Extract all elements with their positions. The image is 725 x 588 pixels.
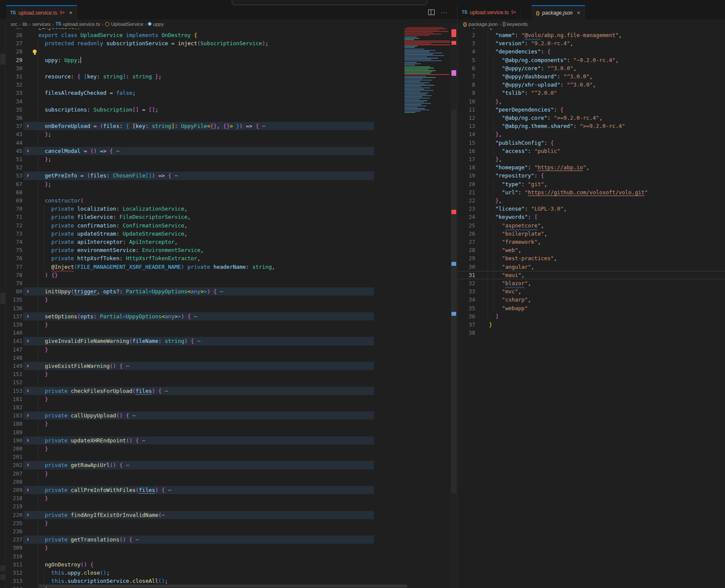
code-line[interactable]: 235 } (6, 519, 451, 527)
fold-chevron-icon[interactable]: › (26, 337, 30, 345)
code-line[interactable]: 31 "maui", (457, 271, 725, 279)
code-line[interactable]: 153› private checkFilesForUpload(files) … (6, 387, 451, 395)
code-line[interactable]: 28 (6, 47, 451, 56)
code-line[interactable]: 309 } (6, 544, 451, 552)
code-line[interactable]: 33 "mvc", (457, 287, 725, 296)
code-line[interactable]: 14 }, (457, 130, 725, 138)
code-line[interactable]: 310 (6, 552, 451, 560)
code-line[interactable]: 72 private confirmation: ConfirmationSer… (6, 221, 451, 230)
split-editor-icon[interactable] (428, 9, 435, 15)
code-line[interactable]: 71 private fileService: FileDescriptorSe… (6, 213, 451, 221)
code-line[interactable]: 32 "blazor", (457, 279, 725, 287)
code-line[interactable]: 67 }; (6, 180, 451, 188)
minimap[interactable] (404, 26, 451, 588)
code-line[interactable]: 53› getPreInfo = (files: ChosenFile[]) =… (6, 171, 451, 180)
code-line[interactable]: 13 "@abp/ng.theme.shared": ">=9.2.0-rc.4… (457, 122, 725, 130)
code-line[interactable]: 30 "angular", (457, 263, 725, 271)
code-line[interactable]: 135 } (6, 296, 451, 304)
code-line[interactable]: 209› private callPreInfoWithFiles(files)… (6, 486, 451, 494)
code-line[interactable]: 18 "homepage": "https://abp.io", (457, 163, 725, 171)
lightbulb-icon[interactable] (33, 50, 37, 53)
code-line[interactable]: 36 (6, 114, 451, 122)
code-line[interactable]: 10 }, (457, 97, 725, 106)
fold-chevron-icon[interactable]: › (26, 411, 30, 420)
code-line[interactable]: 140 (6, 329, 451, 337)
code-line[interactable]: 34 "csharp", (457, 296, 725, 304)
code-line[interactable]: 4 "dependencies": { (457, 47, 725, 56)
fold-chevron-icon[interactable]: › (26, 511, 30, 519)
code-line[interactable]: 52 (6, 163, 451, 171)
horizontal-scrollbar[interactable] (39, 585, 407, 588)
code-line[interactable]: 37› onBeforeUpload = (files: { [key: str… (6, 122, 451, 130)
editor-package-json[interactable]: 1{2 "name": "@volo/abp.ng.file-managemen… (457, 23, 725, 588)
code-line[interactable]: 208 (6, 478, 451, 486)
code-line[interactable]: 37} (457, 320, 725, 329)
code-line[interactable]: 80› initUppy(trigger, opts?: Partial<Upp… (6, 287, 451, 296)
code-line[interactable]: 27 protected readonly subscriptionServic… (6, 39, 451, 47)
code-line[interactable]: 28 "web", (457, 246, 725, 254)
code-line[interactable]: 236 (6, 527, 451, 535)
code-line[interactable]: 220› private findAnyIfExistOrInvalidName… (6, 511, 451, 519)
fold-chevron-icon[interactable]: › (26, 122, 30, 130)
code-line[interactable]: 20 "type": "git", (457, 180, 725, 188)
code-line[interactable]: 207 } (6, 470, 451, 478)
code-line[interactable]: 29 uppy: Uppy; (6, 56, 451, 64)
code-line[interactable]: 31 resource: { [key: string]: string }; (6, 72, 451, 81)
code-line[interactable]: 313 this.subscriptionService.closeAll(); (6, 577, 451, 585)
code-line[interactable]: 190› private updateXHREndpoint() { ⋯ (6, 436, 451, 445)
breadcrumb-item-file[interactable]: upload.service.ts (63, 22, 100, 27)
code-line[interactable]: 30 (6, 64, 451, 72)
code-line[interactable]: 43 }; (6, 130, 451, 138)
code-line[interactable]: 21 "url": "https://github.com/volosoft/v… (457, 188, 725, 196)
code-line[interactable]: 2 "name": "@volo/abp.ng.file-management"… (457, 31, 725, 39)
close-icon[interactable]: × (577, 9, 580, 16)
code-line[interactable]: 17 }, (457, 155, 725, 163)
fold-chevron-icon[interactable]: › (26, 312, 30, 320)
code-line[interactable]: 218 } (6, 494, 451, 502)
code-line[interactable]: 188 } (6, 420, 451, 428)
code-line[interactable]: 139 } (6, 320, 451, 329)
code-line[interactable]: 137› setOptions(opts: Partial<UppyOption… (6, 312, 451, 320)
code-line[interactable]: 141› giveInvalidFileNameWarning(fileName… (6, 337, 451, 345)
code-line[interactable]: 19 "repository": { (457, 171, 725, 180)
code-line[interactable]: 201 (6, 453, 451, 461)
code-line[interactable]: 33 filesAlreadyChecked = false; (6, 89, 451, 97)
breadcrumb-item-class[interactable]: UploadService (111, 22, 143, 27)
code-line[interactable]: 15 "publishConfig": { (457, 139, 725, 147)
code-line[interactable]: 35 subscriptions: Subscription[] = []; (6, 106, 451, 114)
editor-group-sash[interactable] (457, 5, 457, 588)
code-line[interactable]: 26 "boilerplate", (457, 230, 725, 238)
code-line[interactable]: 9 "tslib": "^2.0.0" (457, 89, 725, 97)
code-line[interactable]: 200 } (6, 445, 451, 453)
code-line[interactable]: 136 (6, 304, 451, 312)
code-line[interactable]: 183› private callUppyUpload() { ⋯ (6, 411, 451, 420)
close-icon[interactable]: × (69, 9, 72, 16)
code-line[interactable]: 70 private localization: LocalizationSer… (6, 205, 451, 213)
code-line[interactable]: 26export class UploadService implements … (6, 31, 451, 39)
code-line[interactable]: 29 "best-practices", (457, 254, 725, 262)
breadcrumb-item-src[interactable]: src (11, 22, 17, 27)
code-line[interactable]: 219 (6, 502, 451, 510)
code-line[interactable]: 312 this.uppy.close(); (6, 569, 451, 577)
code-line[interactable]: 12 "@abp/ng.core": ">=9.2.0-rc.4", (457, 114, 725, 122)
code-line[interactable]: 6 "@uppy/core": "^3.0.0", (457, 64, 725, 72)
code-line[interactable]: 79 (6, 279, 451, 287)
breadcrumb-item-symbol[interactable]: uppy (153, 22, 164, 27)
code-line[interactable]: 36 ] (457, 312, 725, 320)
code-line[interactable]: 73 private updateStream: UpdateStreamSer… (6, 230, 451, 238)
code-line[interactable]: 237› private getTranslations() { ⋯ (6, 535, 451, 544)
code-line[interactable]: 8 "@uppy/xhr-upload": "^3.0.0", (457, 81, 725, 89)
code-line[interactable]: 74 private apiInterceptor: ApiIntercepto… (6, 238, 451, 246)
code-line[interactable]: 202› private getRawApiUrl() { ⋯ (6, 461, 451, 469)
code-line[interactable]: 69 constructor( (6, 196, 451, 205)
code-line[interactable]: 77 @Inject(FILE_MANAGEMENT_XSRF_HEADER_N… (6, 263, 451, 271)
code-line[interactable]: 11 "peerDependencies": { (457, 106, 725, 114)
code-line[interactable]: 75 private environmentService: Environme… (6, 246, 451, 254)
tab-upload-service-ts-right[interactable]: TS upload.service.ts 9+ (457, 5, 521, 19)
code-line[interactable]: 5 "@abp/ng.components": "~9.2.0-rc.4", (457, 56, 725, 64)
breadcrumb-item-lib[interactable]: lib (22, 22, 28, 27)
command-center[interactable] (232, 0, 427, 5)
scrollbar-slider[interactable] (451, 110, 457, 493)
fold-chevron-icon[interactable]: › (26, 387, 30, 395)
code-line[interactable]: 51 }; (6, 155, 451, 163)
